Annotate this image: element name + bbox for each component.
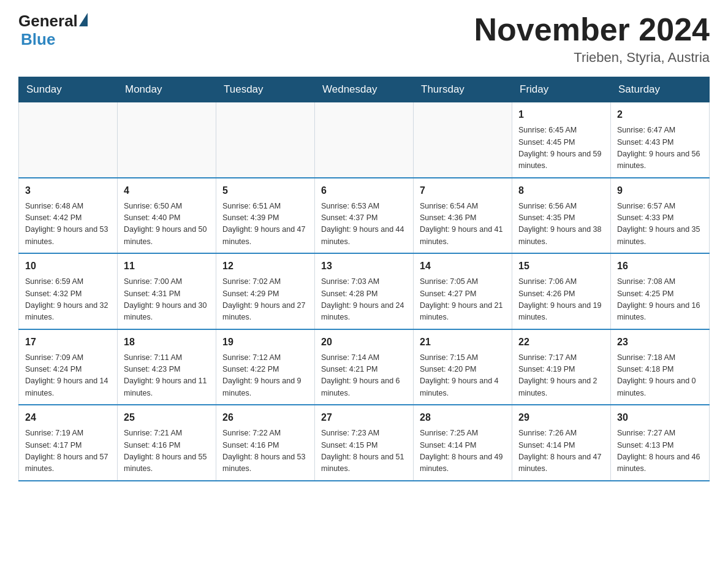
calendar-cell: 17Sunrise: 7:09 AMSunset: 4:24 PMDayligh… — [19, 329, 118, 405]
weekday-header-friday: Friday — [512, 77, 611, 102]
calendar-cell — [414, 102, 512, 178]
day-number: 25 — [124, 410, 210, 425]
calendar-header-row: SundayMondayTuesdayWednesdayThursdayFrid… — [19, 77, 710, 102]
day-info: Sunrise: 6:50 AMSunset: 4:40 PMDaylight:… — [124, 201, 210, 248]
day-number: 21 — [420, 335, 506, 350]
weekday-header-tuesday: Tuesday — [216, 77, 315, 102]
day-number: 22 — [518, 335, 604, 350]
day-info: Sunrise: 7:00 AMSunset: 4:31 PMDaylight:… — [124, 276, 210, 324]
day-info: Sunrise: 6:53 AMSunset: 4:37 PMDaylight:… — [321, 201, 407, 248]
calendar-week-row: 10Sunrise: 6:59 AMSunset: 4:32 PMDayligh… — [19, 253, 710, 329]
day-info: Sunrise: 7:09 AMSunset: 4:24 PMDaylight:… — [25, 352, 111, 400]
day-number: 7 — [420, 183, 506, 198]
day-info: Sunrise: 7:12 AMSunset: 4:22 PMDaylight:… — [222, 352, 308, 400]
day-info: Sunrise: 6:51 AMSunset: 4:39 PMDaylight:… — [222, 201, 308, 248]
calendar-cell: 21Sunrise: 7:15 AMSunset: 4:20 PMDayligh… — [414, 329, 512, 405]
day-number: 14 — [420, 259, 506, 274]
day-info: Sunrise: 6:48 AMSunset: 4:42 PMDaylight:… — [25, 201, 111, 248]
day-number: 13 — [321, 259, 407, 274]
day-info: Sunrise: 7:15 AMSunset: 4:20 PMDaylight:… — [420, 352, 506, 400]
day-info: Sunrise: 7:25 AMSunset: 4:14 PMDaylight:… — [420, 427, 506, 475]
calendar-week-row: 24Sunrise: 7:19 AMSunset: 4:17 PMDayligh… — [19, 405, 710, 481]
day-number: 27 — [321, 410, 407, 425]
day-number: 3 — [25, 183, 111, 198]
calendar-week-row: 3Sunrise: 6:48 AMSunset: 4:42 PMDaylight… — [19, 178, 710, 254]
day-number: 10 — [25, 259, 111, 274]
calendar-cell: 1Sunrise: 6:45 AMSunset: 4:45 PMDaylight… — [512, 102, 611, 178]
day-info: Sunrise: 7:27 AMSunset: 4:13 PMDaylight:… — [617, 427, 703, 475]
calendar-cell — [315, 102, 414, 178]
day-number: 8 — [518, 183, 604, 198]
calendar-cell: 26Sunrise: 7:22 AMSunset: 4:16 PMDayligh… — [216, 405, 315, 481]
calendar-cell: 23Sunrise: 7:18 AMSunset: 4:18 PMDayligh… — [611, 329, 710, 405]
day-number: 19 — [222, 335, 308, 350]
calendar-table: SundayMondayTuesdayWednesdayThursdayFrid… — [18, 77, 710, 481]
day-info: Sunrise: 6:54 AMSunset: 4:36 PMDaylight:… — [420, 201, 506, 248]
calendar-cell: 8Sunrise: 6:56 AMSunset: 4:35 PMDaylight… — [512, 178, 611, 254]
day-number: 11 — [124, 259, 210, 274]
day-number: 30 — [617, 410, 703, 425]
calendar-cell: 2Sunrise: 6:47 AMSunset: 4:43 PMDaylight… — [611, 102, 710, 178]
calendar-cell: 10Sunrise: 6:59 AMSunset: 4:32 PMDayligh… — [19, 253, 118, 329]
weekday-header-saturday: Saturday — [611, 77, 710, 102]
calendar-cell: 19Sunrise: 7:12 AMSunset: 4:22 PMDayligh… — [216, 329, 315, 405]
calendar-cell: 16Sunrise: 7:08 AMSunset: 4:25 PMDayligh… — [611, 253, 710, 329]
calendar-cell — [118, 102, 216, 178]
weekday-header-sunday: Sunday — [19, 77, 118, 102]
calendar-cell: 13Sunrise: 7:03 AMSunset: 4:28 PMDayligh… — [315, 253, 414, 329]
day-number: 15 — [518, 259, 604, 274]
day-info: Sunrise: 7:11 AMSunset: 4:23 PMDaylight:… — [124, 352, 210, 400]
calendar-cell: 18Sunrise: 7:11 AMSunset: 4:23 PMDayligh… — [118, 329, 216, 405]
calendar-cell: 25Sunrise: 7:21 AMSunset: 4:16 PMDayligh… — [118, 405, 216, 481]
weekday-header-wednesday: Wednesday — [315, 77, 414, 102]
day-info: Sunrise: 7:21 AMSunset: 4:16 PMDaylight:… — [124, 427, 210, 475]
day-number: 18 — [124, 335, 210, 350]
day-info: Sunrise: 6:59 AMSunset: 4:32 PMDaylight:… — [25, 276, 111, 324]
day-info: Sunrise: 6:57 AMSunset: 4:33 PMDaylight:… — [617, 201, 703, 248]
day-number: 12 — [222, 259, 308, 274]
calendar-cell: 24Sunrise: 7:19 AMSunset: 4:17 PMDayligh… — [19, 405, 118, 481]
day-number: 1 — [518, 107, 604, 122]
calendar-cell: 3Sunrise: 6:48 AMSunset: 4:42 PMDaylight… — [19, 178, 118, 254]
day-number: 29 — [518, 410, 604, 425]
day-number: 6 — [321, 183, 407, 198]
calendar-cell — [19, 102, 118, 178]
calendar-week-row: 17Sunrise: 7:09 AMSunset: 4:24 PMDayligh… — [19, 329, 710, 405]
day-number: 17 — [25, 335, 111, 350]
day-number: 16 — [617, 259, 703, 274]
calendar-cell: 4Sunrise: 6:50 AMSunset: 4:40 PMDaylight… — [118, 178, 216, 254]
calendar-cell: 22Sunrise: 7:17 AMSunset: 4:19 PMDayligh… — [512, 329, 611, 405]
day-number: 9 — [617, 183, 703, 198]
calendar-cell: 9Sunrise: 6:57 AMSunset: 4:33 PMDaylight… — [611, 178, 710, 254]
location-subtitle: Trieben, Styria, Austria — [474, 50, 710, 66]
calendar-cell: 6Sunrise: 6:53 AMSunset: 4:37 PMDaylight… — [315, 178, 414, 254]
calendar-cell: 15Sunrise: 7:06 AMSunset: 4:26 PMDayligh… — [512, 253, 611, 329]
day-number: 20 — [321, 335, 407, 350]
calendar-cell: 30Sunrise: 7:27 AMSunset: 4:13 PMDayligh… — [611, 405, 710, 481]
logo-triangle-icon — [79, 13, 88, 26]
day-info: Sunrise: 7:14 AMSunset: 4:21 PMDaylight:… — [321, 352, 407, 400]
day-number: 28 — [420, 410, 506, 425]
day-number: 4 — [124, 183, 210, 198]
day-info: Sunrise: 7:22 AMSunset: 4:16 PMDaylight:… — [222, 427, 308, 475]
day-info: Sunrise: 7:08 AMSunset: 4:25 PMDaylight:… — [617, 276, 703, 324]
calendar-cell: 27Sunrise: 7:23 AMSunset: 4:15 PMDayligh… — [315, 405, 414, 481]
day-number: 24 — [25, 410, 111, 425]
day-info: Sunrise: 7:26 AMSunset: 4:14 PMDaylight:… — [518, 427, 604, 475]
calendar-cell: 7Sunrise: 6:54 AMSunset: 4:36 PMDaylight… — [414, 178, 512, 254]
day-info: Sunrise: 7:06 AMSunset: 4:26 PMDaylight:… — [518, 276, 604, 324]
month-year-title: November 2024 — [474, 12, 710, 47]
day-info: Sunrise: 7:23 AMSunset: 4:15 PMDaylight:… — [321, 427, 407, 475]
weekday-header-thursday: Thursday — [414, 77, 512, 102]
day-info: Sunrise: 7:03 AMSunset: 4:28 PMDaylight:… — [321, 276, 407, 324]
day-info: Sunrise: 6:45 AMSunset: 4:45 PMDaylight:… — [518, 124, 604, 172]
calendar-cell: 5Sunrise: 6:51 AMSunset: 4:39 PMDaylight… — [216, 178, 315, 254]
calendar-cell: 12Sunrise: 7:02 AMSunset: 4:29 PMDayligh… — [216, 253, 315, 329]
logo: General Blue — [18, 12, 88, 49]
day-info: Sunrise: 7:19 AMSunset: 4:17 PMDaylight:… — [25, 427, 111, 475]
calendar-cell — [216, 102, 315, 178]
logo-blue-text: Blue — [21, 30, 55, 48]
day-number: 2 — [617, 107, 703, 122]
calendar-cell: 20Sunrise: 7:14 AMSunset: 4:21 PMDayligh… — [315, 329, 414, 405]
day-info: Sunrise: 6:47 AMSunset: 4:43 PMDaylight:… — [617, 124, 703, 172]
